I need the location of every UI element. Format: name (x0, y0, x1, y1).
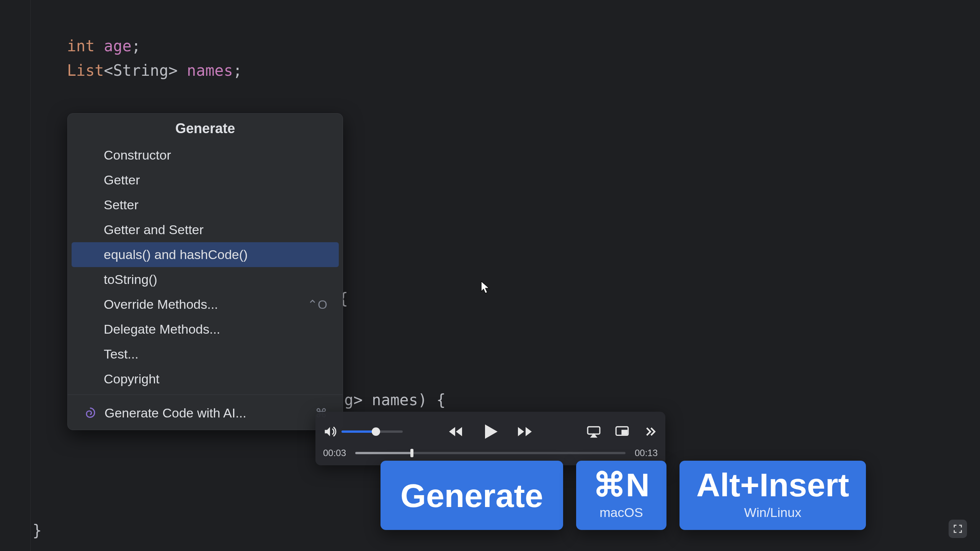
rewind-button[interactable] (447, 422, 465, 441)
code-token: <String> (104, 62, 178, 79)
callout-sub: Win/Linux (744, 505, 801, 520)
popup-item-label: equals() and hashCode() (104, 247, 248, 262)
pip-icon[interactable] (615, 424, 629, 439)
popup-item-shortcut: ⌃O (307, 297, 327, 312)
play-button[interactable] (480, 421, 501, 442)
volume-slider[interactable] (341, 430, 403, 433)
seek-bar-fill (355, 452, 412, 454)
svg-rect-0 (588, 427, 600, 434)
volume-icon[interactable] (323, 425, 337, 439)
code-token: } (33, 518, 42, 543)
popup-item-getter-and-setter[interactable]: Getter and Setter (68, 217, 343, 242)
fullscreen-button[interactable] (949, 520, 967, 538)
popup-item-test[interactable]: Test... (68, 342, 343, 367)
popup-item-setter[interactable]: Setter (68, 192, 343, 217)
more-icon[interactable] (643, 424, 658, 439)
popup-separator (68, 395, 343, 395)
callout-mac: ⌘N macOS (576, 461, 666, 530)
callout-sub: macOS (599, 505, 643, 520)
callout-win: Alt+Insert Win/Linux (679, 461, 866, 530)
code-token: age (104, 37, 131, 55)
code-token: List (67, 62, 104, 79)
mouse-cursor (481, 281, 490, 293)
seek-bar-thumb[interactable] (410, 449, 413, 457)
popup-item-label: Constructor (104, 148, 171, 163)
ai-swirl-icon (83, 406, 97, 420)
popup-item-label: Copyright (104, 372, 160, 386)
popup-item-label: Getter (104, 173, 140, 187)
editor-gutter (0, 0, 31, 551)
current-time: 00:03 (323, 448, 346, 458)
volume-slider-thumb[interactable] (372, 427, 380, 436)
popup-item-getter[interactable]: Getter (68, 168, 343, 192)
popup-item-copyright[interactable]: Copyright (68, 367, 343, 391)
callout-generate: Generate (381, 461, 563, 530)
popup-item-label: Generate Code with AI... (105, 406, 246, 421)
popup-item-label: Test... (104, 347, 139, 362)
popup-item-label: Override Methods... (104, 297, 218, 312)
duration: 00:13 (635, 448, 658, 458)
popup-item-label: toString() (104, 272, 157, 287)
popup-item-constructor[interactable]: Constructor (68, 143, 343, 168)
video-controls-hud: 00:03 00:13 (315, 412, 665, 465)
popup-item-override-methods[interactable]: Override Methods... ⌃O (68, 292, 343, 317)
airplay-icon[interactable] (586, 424, 601, 439)
shortcut-callouts: Generate ⌘N macOS Alt+Insert Win/Linux (381, 461, 866, 530)
volume-slider-fill (341, 430, 376, 433)
popup-item-generate-with-ai[interactable]: Generate Code with AI... ⌘ (68, 398, 343, 430)
generate-popup: Generate Constructor Getter Setter Gette… (67, 113, 343, 430)
popup-title: Generate (68, 114, 343, 143)
popup-item-label: Delegate Methods... (104, 322, 220, 337)
fast-forward-button[interactable] (516, 422, 534, 441)
svg-rect-2 (622, 430, 627, 434)
popup-item-equals-hashcode[interactable]: equals() and hashCode() (72, 242, 339, 267)
popup-item-label: Setter (104, 197, 139, 212)
popup-item-tostring[interactable]: toString() (68, 267, 343, 292)
code-token: ng> names) { (335, 388, 446, 412)
callout-key: Alt+Insert (696, 468, 849, 501)
popup-item-label: Getter and Setter (104, 222, 204, 237)
transport-controls (447, 421, 534, 442)
callout-label: Generate (400, 479, 543, 512)
callout-key: ⌘N (593, 468, 650, 501)
code-token: int (67, 37, 95, 55)
code-token: names (187, 62, 233, 79)
popup-item-delegate-methods[interactable]: Delegate Methods... (68, 317, 343, 342)
seek-bar[interactable] (355, 452, 626, 454)
